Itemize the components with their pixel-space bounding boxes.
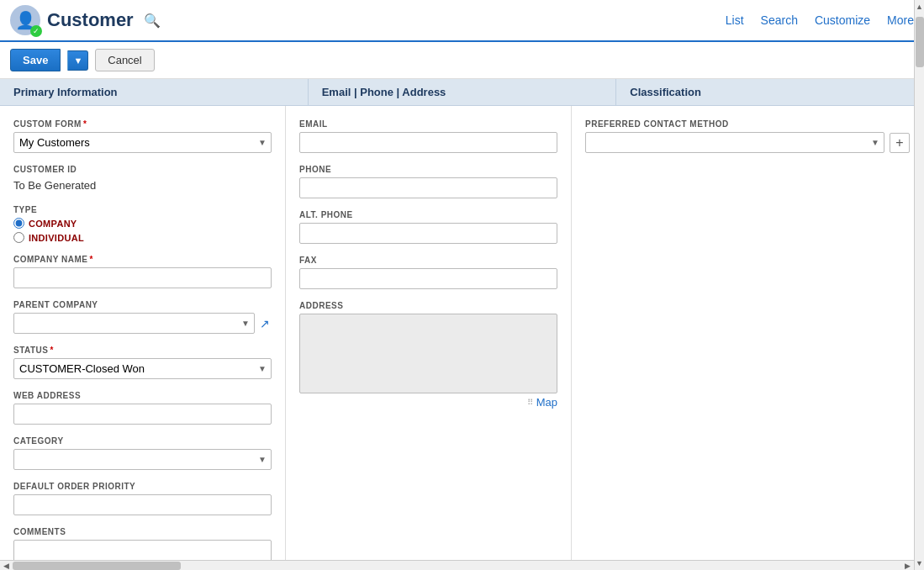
email-field: EMAIL [299, 119, 557, 153]
company-name-input[interactable] [13, 267, 272, 288]
scroll-up-icon[interactable]: ▲ [913, 0, 924, 13]
type-individual-option[interactable]: INDIVIDUAL [13, 232, 272, 243]
web-address-field: WEB ADDRESS [13, 391, 272, 425]
phone-label: PHONE [299, 165, 557, 174]
nav-search[interactable]: Search [761, 13, 798, 27]
address-label: ADDRESS [299, 301, 557, 310]
fax-label: FAX [299, 256, 557, 265]
sections-row: Primary Information Email | Phone | Addr… [0, 79, 924, 106]
scroll-right-icon[interactable]: ▶ [901, 561, 914, 570]
parent-company-select[interactable] [13, 313, 255, 334]
category-select[interactable] [13, 449, 272, 470]
preferred-contact-add-button[interactable]: + [890, 133, 910, 153]
scroll-down-icon[interactable]: ▼ [913, 557, 924, 570]
type-company-option[interactable]: COMPANY [13, 218, 272, 229]
type-individual-label: INDIVIDUAL [29, 233, 84, 243]
web-address-label: WEB ADDRESS [13, 391, 272, 400]
parent-company-label: PARENT COMPANY [13, 300, 272, 309]
resize-handle-icon: ⠿ [527, 398, 533, 407]
type-company-radio[interactable] [13, 218, 24, 229]
vertical-scrollbar-thumb[interactable] [916, 17, 924, 67]
type-company-label: COMPANY [29, 219, 77, 229]
custom-form-select[interactable]: My Customers [13, 132, 272, 153]
default-order-priority-field: DEFAULT ORDER PRIORITY [13, 482, 272, 515]
address-field: ADDRESS ⠿ Map [299, 301, 557, 409]
phone-field: PHONE [299, 165, 557, 198]
avatar-icon: 👤 [10, 5, 40, 35]
default-order-priority-label: DEFAULT ORDER PRIORITY [13, 482, 272, 491]
save-button[interactable]: Save [10, 49, 61, 71]
web-address-input[interactable] [13, 404, 272, 425]
customer-id-value: To Be Generated [13, 177, 272, 193]
section-header-primary: Primary Information [0, 79, 309, 105]
scroll-left-icon[interactable]: ◀ [0, 561, 13, 570]
fax-input[interactable] [299, 268, 557, 289]
type-label: TYPE [13, 205, 272, 214]
form-area: CUSTOM FORM* My Customers ▼ CUSTOMER ID … [0, 106, 924, 570]
alt-phone-label: ALT. PHONE [299, 210, 557, 219]
toolbar: Save ▼ Cancel [0, 42, 924, 79]
custom-form-label: CUSTOM FORM* [13, 119, 272, 129]
save-dropdown-button[interactable]: ▼ [67, 50, 88, 71]
nav-more[interactable]: More [887, 13, 914, 27]
cancel-button[interactable]: Cancel [95, 49, 154, 71]
customer-id-field: CUSTOMER ID To Be Generated [13, 165, 272, 193]
customer-id-label: CUSTOMER ID [13, 165, 272, 174]
address-textarea[interactable] [299, 314, 557, 393]
map-link-row: ⠿ Map [299, 396, 557, 409]
page-title: Customer [47, 9, 134, 31]
primary-info-column: CUSTOM FORM* My Customers ▼ CUSTOMER ID … [0, 106, 286, 570]
parent-company-external-link-icon[interactable]: ↗ [258, 315, 272, 332]
preferred-contact-select[interactable] [585, 132, 884, 153]
preferred-contact-label: PREFERRED CONTACT METHOD [585, 119, 910, 129]
alt-phone-field: ALT. PHONE [299, 210, 557, 244]
map-link[interactable]: Map [536, 396, 557, 409]
default-order-priority-input[interactable] [13, 494, 272, 515]
category-label: CATEGORY [13, 436, 272, 446]
status-select[interactable]: CUSTOMER-Closed WonCUSTOMER-ActiveCUSTOM… [13, 358, 272, 379]
email-phone-column: EMAIL PHONE ALT. PHONE FAX [286, 106, 572, 570]
nav-customize[interactable]: Customize [815, 13, 870, 27]
status-field: STATUS* CUSTOMER-Closed WonCUSTOMER-Acti… [13, 346, 272, 379]
email-input[interactable] [299, 132, 557, 153]
parent-company-field: PARENT COMPANY ▼ ↗ [13, 300, 272, 334]
section-header-email-phone: Email | Phone | Address [309, 79, 617, 105]
comments-label: COMMENTS [13, 527, 272, 536]
horizontal-scrollbar[interactable]: ◀ ▶ [0, 560, 914, 570]
horizontal-scrollbar-thumb[interactable] [13, 562, 181, 570]
header-nav: List Search Customize More [726, 13, 914, 27]
type-radio-group: COMPANY INDIVIDUAL [13, 218, 272, 243]
category-field: CATEGORY ▼ [13, 436, 272, 470]
avatar-person-icon: 👤 [15, 10, 36, 30]
search-icon[interactable]: 🔍 [144, 13, 161, 29]
company-name-label: COMPANY NAME* [13, 255, 272, 264]
email-label: EMAIL [299, 119, 557, 129]
phone-input[interactable] [299, 177, 557, 198]
nav-list[interactable]: List [726, 13, 744, 27]
type-field: TYPE COMPANY INDIVIDUAL [13, 205, 272, 243]
vertical-scrollbar[interactable]: ▲ ▼ [914, 0, 924, 570]
type-individual-radio[interactable] [13, 232, 24, 243]
preferred-contact-field: PREFERRED CONTACT METHOD ▼ + [585, 119, 910, 153]
alt-phone-input[interactable] [299, 223, 557, 244]
custom-form-field: CUSTOM FORM* My Customers ▼ [13, 119, 272, 153]
status-label: STATUS* [13, 346, 272, 355]
classification-column: PREFERRED CONTACT METHOD ▼ + [572, 106, 924, 570]
section-header-classification: Classification [616, 79, 924, 105]
fax-field: FAX [299, 256, 557, 289]
company-name-field: COMPANY NAME* [13, 255, 272, 288]
